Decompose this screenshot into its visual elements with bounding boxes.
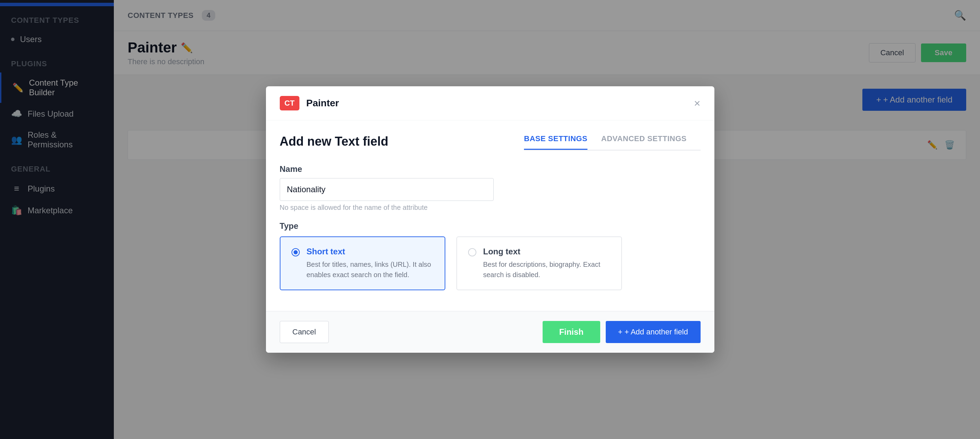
modal-body: Add new Text field BASE SETTINGS ADVANCE… bbox=[266, 120, 714, 300]
long-text-desc: Best for descriptions, biography. Exact … bbox=[483, 259, 610, 280]
type-label: Type bbox=[280, 221, 701, 231]
modal-footer-right: Finish + + Add another field bbox=[542, 321, 701, 343]
short-text-radio-inner bbox=[294, 250, 298, 254]
type-option-long-text[interactable]: Long text Best for descriptions, biograp… bbox=[457, 236, 622, 290]
modal-close-button[interactable]: × bbox=[694, 97, 701, 110]
modal-form-header: Add new Text field BASE SETTINGS ADVANCE… bbox=[280, 134, 701, 150]
name-field-group: Name No space is allowed for the name of… bbox=[280, 164, 701, 212]
long-text-radio bbox=[468, 248, 476, 256]
name-label: Name bbox=[280, 164, 701, 174]
tab-advanced-settings[interactable]: ADVANCED SETTINGS bbox=[601, 134, 687, 150]
long-text-name: Long text bbox=[483, 247, 610, 256]
modal-tabs: BASE SETTINGS ADVANCED SETTINGS bbox=[524, 134, 700, 150]
short-text-radio bbox=[291, 248, 300, 256]
modal: CT Painter × Add new Text field BASE SET… bbox=[266, 86, 714, 353]
finish-button[interactable]: Finish bbox=[542, 321, 600, 343]
modal-ct-badge: CT bbox=[280, 96, 299, 110]
type-options: Short text Best for titles, names, links… bbox=[280, 236, 701, 290]
type-field-group: Type Short text Best for titles, names, … bbox=[280, 221, 701, 290]
tab-base-settings[interactable]: BASE SETTINGS bbox=[524, 134, 587, 150]
short-text-name: Short text bbox=[307, 247, 434, 256]
modal-footer: Cancel Finish + + Add another field bbox=[266, 311, 714, 353]
name-input[interactable] bbox=[280, 178, 494, 201]
modal-header: CT Painter × bbox=[266, 86, 714, 120]
name-hint: No space is allowed for the name of the … bbox=[280, 204, 701, 212]
modal-overlay[interactable]: CT Painter × Add new Text field BASE SET… bbox=[0, 0, 980, 439]
short-text-desc: Best for titles, names, links (URL). It … bbox=[307, 259, 434, 280]
add-another-field-button[interactable]: + + Add another field bbox=[606, 321, 701, 343]
plus-icon-add-another: + bbox=[618, 327, 623, 337]
short-text-info: Short text Best for titles, names, links… bbox=[307, 247, 434, 280]
modal-cancel-button[interactable]: Cancel bbox=[280, 321, 329, 343]
type-option-short-text[interactable]: Short text Best for titles, names, links… bbox=[280, 236, 445, 290]
modal-form-title: Add new Text field bbox=[280, 134, 388, 149]
modal-title: Painter bbox=[306, 98, 339, 109]
long-text-info: Long text Best for descriptions, biograp… bbox=[483, 247, 610, 280]
